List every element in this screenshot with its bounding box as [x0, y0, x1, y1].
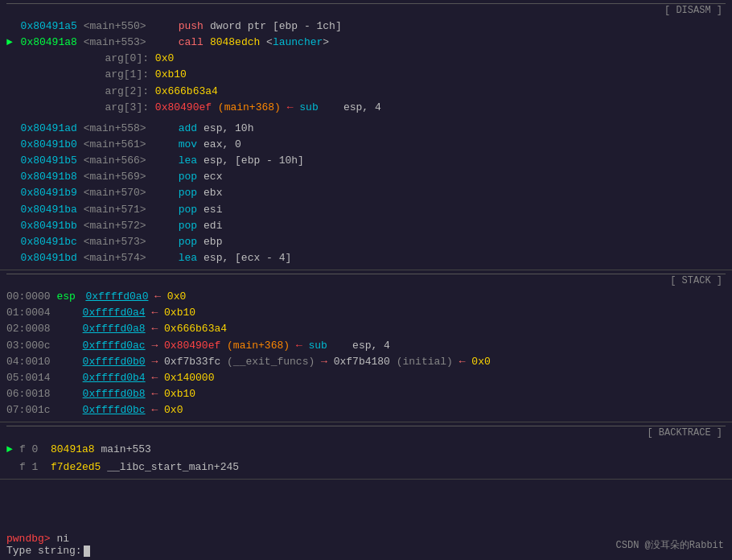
stack-val-5: 0x140000	[164, 370, 214, 386]
cursor[interactable]	[84, 546, 90, 557]
backtrace-header: [ BACKTRACE ]	[6, 426, 726, 439]
asm-line-mov: 0x80491b0 <main+561> mov eax, 0	[6, 137, 726, 153]
operand-pop2: ebx	[204, 185, 222, 201]
arg3-mnemonic: sub	[299, 100, 318, 116]
stack-idx-2: 02:0008	[6, 321, 51, 337]
watermark: CSDN @没耳朵的Rabbit	[616, 538, 724, 552]
stack-idx-4: 04:0010	[6, 354, 51, 370]
backtrace-label: [ BACKTRACE ]	[647, 427, 722, 439]
stack-row-5: 05:0014 0xffffd0b4 ← 0x140000	[6, 370, 726, 386]
bt-frame-1: f 1 f7de2ed5 __libc_start_main+245	[6, 459, 726, 476]
stack-val-1: 0xb10	[164, 305, 195, 321]
operand-pop1: ecx	[204, 169, 222, 185]
operand-add: esp, 10h	[204, 121, 253, 137]
bt-addr-0: 80491a8	[51, 441, 95, 458]
operand-call-func: launcher	[273, 35, 323, 51]
stack-row-4: 04:0010 0xffffd0b0 → 0xf7b33fc (__exit_f…	[6, 354, 726, 370]
operand-pop5: ebp	[204, 234, 222, 250]
stack-ptr-4: 0xffffd0b0	[83, 354, 146, 370]
no-arrow	[6, 19, 19, 35]
mnemonic-lea2: lea	[179, 250, 197, 266]
arg0-label: arg[0]:	[55, 51, 155, 67]
stack-arrow-0: ←	[148, 289, 167, 305]
mnemonic-call: call	[179, 35, 204, 51]
stack-idx-6: 06:0018	[6, 386, 51, 402]
backtrace-section: [ BACKTRACE ] ► f 0 80491a8 main+553 f 1…	[0, 422, 732, 480]
addr-pop4: 0x80491bb	[21, 218, 77, 234]
stack-idx-1: 01:0004	[6, 305, 51, 321]
asm-line-lea1: 0x80491b5 <main+566> lea esp, [ebp - 10h…	[6, 153, 726, 169]
arg3-line: arg[3]: 0x80490ef (main+368) ← sub esp, …	[6, 100, 726, 116]
arg1-label: arg[1]:	[55, 67, 155, 83]
stack-val-7: 0x0	[164, 402, 183, 418]
bt-frame-label-1: f 1	[19, 459, 51, 476]
offset-add: <main+558>	[77, 121, 146, 137]
offset-push: <main+550>	[77, 19, 146, 35]
disasm-label: [ DISASM ]	[664, 5, 722, 16]
arg0-line: arg[0]: 0x0	[6, 51, 726, 67]
stack-row-3: 03:000c 0xffffd0ac → 0x80490ef (main+368…	[6, 338, 726, 354]
addr-lea2: 0x80491bd	[21, 250, 77, 266]
addr-pop1: 0x80491b8	[21, 169, 77, 185]
stack-idx-7: 07:001c	[6, 402, 51, 418]
stack-val-0: 0x0	[167, 289, 186, 305]
arg2-val: 0x666b63a4	[155, 84, 218, 100]
stack-ptr-0: 0xffffd0a0	[85, 289, 148, 305]
mnemonic-push: push	[179, 19, 204, 35]
stack-row-1: 01:0004 0xffffd0a4 ← 0xb10	[6, 305, 726, 321]
stack-idx-0: 00:0000	[6, 289, 51, 305]
stack-section: [ STACK ] 00:0000 esp 0xffffd0a0 ← 0x0 0…	[0, 270, 732, 422]
bt-func-0: main+553	[95, 441, 151, 458]
operand-lea2: esp, [ecx - 4]	[204, 250, 291, 266]
addr-add: 0x80491ad	[21, 121, 77, 137]
stack-reg-0: esp	[56, 289, 85, 305]
addr-push: 0x80491a5	[21, 19, 77, 35]
stack-val-3a: 0x80490ef	[164, 338, 220, 354]
arg1-val: 0xb10	[155, 67, 187, 83]
addr-pop3: 0x80491ba	[21, 202, 77, 218]
arg2-line: arg[2]: 0x666b63a4	[6, 84, 726, 100]
addr-pop5: 0x80491bc	[21, 234, 77, 250]
bt-arrow-1	[6, 459, 19, 476]
stack-ptr-5: 0xffffd0b4	[83, 370, 146, 386]
offset-call: <main+553>	[77, 35, 146, 51]
arg3-addr: 0x80490ef	[155, 100, 212, 116]
asm-line-call: ► 0x80491a8 <main+553> call 8048edch <la…	[6, 35, 726, 51]
stack-row-0: 00:0000 esp 0xffffd0a0 ← 0x0	[6, 289, 726, 305]
disasm-header: [ DISASM ]	[6, 3, 726, 17]
asm-line-pop2: 0x80491b9 <main+570> pop ebx	[6, 185, 726, 201]
asm-line-lea2: 0x80491bd <main+574> lea esp, [ecx - 4]	[6, 250, 726, 266]
stack-label: [ STACK ]	[670, 275, 722, 286]
asm-line-add: 0x80491ad <main+558> add esp, 10h	[6, 121, 726, 137]
arg3-label: arg[3]:	[55, 100, 155, 116]
bt-func-1: __libc_start_main+245	[101, 459, 239, 476]
stack-row-7: 07:001c 0xffffd0bc ← 0x0	[6, 402, 726, 418]
prompt-prefix: pwndbg>	[6, 533, 51, 545]
stack-ptr-6: 0xffffd0b8	[83, 386, 146, 402]
bt-frame-0: ► f 0 80491a8 main+553	[6, 441, 726, 458]
operand-mov: eax, 0	[204, 137, 241, 153]
addr-call: 0x80491a8	[21, 35, 77, 51]
mnemonic-lea1: lea	[179, 153, 197, 169]
asm-line-pop4: 0x80491bb <main+572> pop edi	[6, 218, 726, 234]
addr-mov: 0x80491b0	[21, 137, 77, 153]
operand-push: dword ptr [ebp - 1ch]	[210, 19, 342, 35]
bt-addr-1: f7de2ed5	[51, 459, 101, 476]
stack-row-2: 02:0008 0xffffd0a8 ← 0x666b63a4	[6, 321, 726, 337]
asm-line-pop1: 0x80491b8 <main+569> pop ecx	[6, 169, 726, 185]
no-arrow-2	[6, 121, 19, 137]
mnemonic-mov: mov	[179, 137, 197, 153]
mnemonic-add: add	[179, 121, 197, 137]
operand-call-addr: 8048edch	[210, 35, 260, 51]
mnemonic-pop1: pop	[179, 169, 197, 185]
asm-line-push: 0x80491a5 <main+550> push dword ptr [ebp…	[6, 19, 726, 35]
addr-lea1: 0x80491b5	[21, 153, 77, 169]
stack-ptr-2: 0xffffd0a8	[83, 321, 146, 337]
mnemonic-pop3: pop	[179, 202, 197, 218]
stack-ptr-1: 0xffffd0a4	[83, 305, 146, 321]
addr-pop2: 0x80491b9	[21, 185, 77, 201]
bt-frame-label-0: f 0	[19, 441, 51, 458]
asm-line-pop3: 0x80491ba <main+571> pop esi	[6, 202, 726, 218]
arg1-line: arg[1]: 0xb10	[6, 67, 726, 83]
mnemonic-pop5: pop	[179, 234, 197, 250]
